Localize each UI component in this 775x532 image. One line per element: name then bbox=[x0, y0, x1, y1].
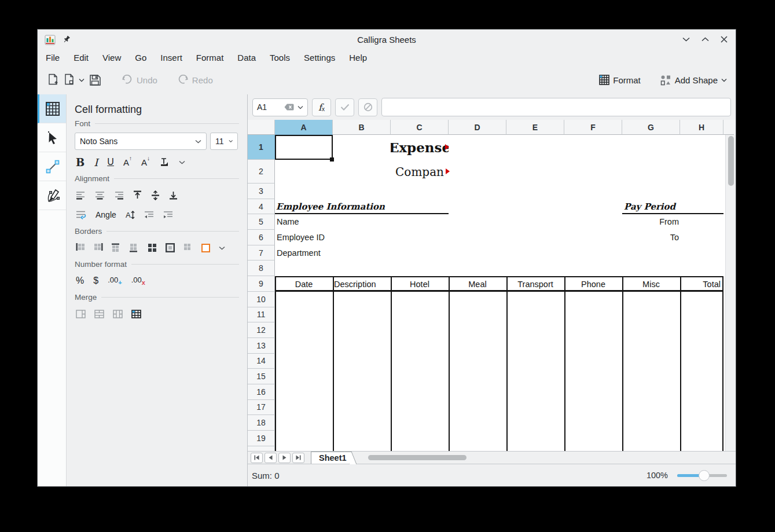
row-header[interactable]: 13 bbox=[248, 338, 275, 354]
border-none-button[interactable] bbox=[183, 243, 193, 252]
reference-dropdown-icon[interactable] bbox=[297, 105, 303, 109]
vertical-scrollbar[interactable] bbox=[725, 135, 736, 451]
menu-edit[interactable]: Edit bbox=[74, 53, 89, 63]
formula-function-button[interactable]: fx bbox=[312, 98, 331, 116]
menu-data[interactable]: Data bbox=[237, 53, 256, 63]
font-size-select[interactable]: 11 bbox=[210, 133, 238, 150]
row-header[interactable]: 8 bbox=[248, 261, 275, 276]
align-center-button[interactable] bbox=[95, 191, 105, 200]
row-header[interactable]: 18 bbox=[248, 415, 275, 431]
border-left-button[interactable] bbox=[76, 243, 85, 252]
last-sheet-button[interactable] bbox=[292, 453, 304, 463]
row-header[interactable]: 4 bbox=[248, 199, 275, 215]
shrink-font-button[interactable]: A↓ bbox=[141, 157, 150, 167]
column-header-c[interactable]: C bbox=[391, 120, 449, 135]
border-dropdown-icon[interactable] bbox=[219, 246, 225, 250]
row-header[interactable]: 20 bbox=[248, 446, 275, 451]
column-header-e[interactable]: E bbox=[506, 120, 564, 135]
row-header[interactable]: 19 bbox=[248, 431, 275, 446]
close-icon[interactable] bbox=[719, 35, 729, 44]
italic-button[interactable]: I bbox=[94, 156, 98, 168]
border-bottom-button[interactable] bbox=[130, 243, 139, 252]
add-shape-button[interactable]: Add Shape bbox=[659, 70, 729, 90]
cell-tool-button[interactable] bbox=[38, 94, 66, 123]
column-header-d[interactable]: D bbox=[449, 120, 506, 135]
align-right-button[interactable] bbox=[114, 191, 124, 200]
menu-go[interactable]: Go bbox=[135, 53, 146, 63]
row-header[interactable]: 12 bbox=[248, 322, 275, 338]
row-header[interactable]: 1 bbox=[248, 135, 275, 160]
merge-cells-button[interactable] bbox=[76, 310, 86, 318]
row-header[interactable]: 2 bbox=[248, 160, 275, 184]
selection-fill-handle[interactable] bbox=[330, 157, 334, 162]
indent-more-button[interactable] bbox=[163, 211, 173, 219]
titlebar[interactable]: Calligra Sheets bbox=[38, 30, 736, 49]
zoom-slider-thumb[interactable] bbox=[699, 470, 710, 481]
border-color-swatch[interactable] bbox=[201, 244, 210, 252]
row-header[interactable]: 17 bbox=[248, 400, 275, 416]
select-all-corner[interactable] bbox=[248, 120, 275, 135]
row-header[interactable]: 5 bbox=[248, 214, 275, 230]
dismantle-merge-button[interactable] bbox=[131, 310, 141, 318]
border-top-button[interactable] bbox=[112, 243, 121, 252]
row-header[interactable]: 7 bbox=[248, 245, 275, 261]
wrap-text-button[interactable] bbox=[76, 210, 86, 219]
clear-reference-icon[interactable] bbox=[284, 104, 294, 111]
shape-select-tool-button[interactable] bbox=[38, 123, 66, 152]
maximize-icon[interactable] bbox=[700, 35, 710, 44]
pin-icon[interactable] bbox=[63, 35, 71, 43]
underline-button[interactable]: U bbox=[107, 157, 114, 167]
redo-button[interactable]: Redo bbox=[175, 70, 215, 90]
column-header-g[interactable]: G bbox=[622, 120, 680, 135]
merge-horizontal-button[interactable] bbox=[94, 310, 104, 318]
minimize-icon[interactable] bbox=[681, 35, 690, 44]
column-header-h[interactable]: H bbox=[680, 120, 723, 135]
row-header[interactable]: 9 bbox=[248, 276, 275, 292]
align-bottom-button[interactable] bbox=[169, 190, 178, 200]
cell-reference-box[interactable]: A1 bbox=[252, 98, 308, 116]
calligraphy-tool-button[interactable] bbox=[38, 181, 66, 210]
currency-format-button[interactable]: $ bbox=[93, 276, 98, 286]
menu-file[interactable]: File bbox=[46, 53, 60, 63]
undo-button[interactable]: Undo bbox=[120, 70, 159, 90]
text-color-dropdown-icon[interactable] bbox=[179, 160, 185, 164]
open-document-button[interactable] bbox=[62, 70, 86, 90]
menu-settings[interactable]: Settings bbox=[304, 53, 335, 63]
previous-sheet-button[interactable] bbox=[265, 453, 277, 463]
connector-tool-button[interactable] bbox=[38, 152, 66, 181]
border-outside-button[interactable] bbox=[166, 243, 175, 252]
save-button[interactable] bbox=[86, 70, 104, 90]
first-sheet-button[interactable] bbox=[251, 453, 263, 463]
align-left-button[interactable] bbox=[76, 191, 86, 200]
horizontal-scrollbar-thumb[interactable] bbox=[368, 455, 467, 460]
indent-less-button[interactable] bbox=[144, 211, 154, 219]
bold-button[interactable]: B bbox=[76, 156, 85, 168]
row-header[interactable]: 15 bbox=[248, 369, 275, 384]
row-header[interactable]: 10 bbox=[248, 292, 275, 307]
menu-insert[interactable]: Insert bbox=[160, 53, 182, 63]
active-cell-selection[interactable] bbox=[275, 135, 333, 160]
align-top-button[interactable] bbox=[133, 190, 142, 200]
column-header-a[interactable]: A bbox=[275, 120, 333, 135]
next-sheet-button[interactable] bbox=[278, 453, 291, 463]
border-right-button[interactable] bbox=[94, 243, 103, 252]
menu-format[interactable]: Format bbox=[196, 53, 224, 63]
align-vcenter-button[interactable] bbox=[151, 190, 160, 200]
formula-input[interactable] bbox=[381, 98, 731, 116]
menu-tools[interactable]: Tools bbox=[270, 53, 290, 63]
percent-format-button[interactable]: % bbox=[76, 276, 84, 286]
menu-view[interactable]: View bbox=[102, 53, 121, 63]
row-header[interactable]: 16 bbox=[248, 384, 275, 400]
row-header[interactable]: 3 bbox=[248, 184, 275, 199]
angle-button[interactable]: Angle bbox=[96, 210, 116, 219]
merge-vertical-button[interactable] bbox=[113, 310, 123, 318]
decrease-precision-button[interactable]: .00x bbox=[131, 276, 145, 286]
text-color-button[interactable] bbox=[159, 157, 170, 167]
grow-font-button[interactable]: A↑ bbox=[123, 157, 132, 167]
vertical-text-button[interactable]: A bbox=[126, 210, 135, 220]
column-header-f[interactable]: F bbox=[564, 120, 622, 135]
row-header[interactable]: 11 bbox=[248, 307, 275, 323]
new-document-button[interactable] bbox=[45, 70, 62, 90]
vertical-scrollbar-thumb[interactable] bbox=[728, 136, 734, 186]
border-all-button[interactable] bbox=[148, 243, 157, 252]
